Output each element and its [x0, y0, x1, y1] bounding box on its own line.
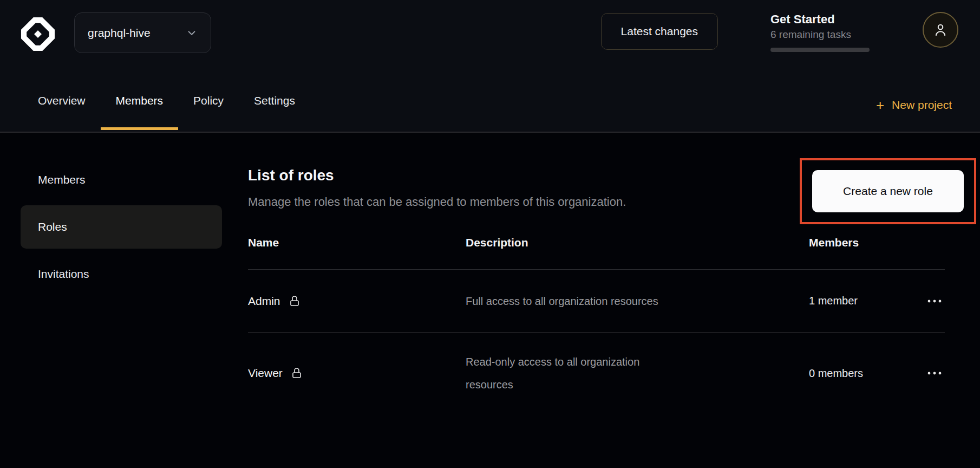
ellipsis-icon	[925, 295, 944, 308]
role-name: Admin	[248, 295, 280, 308]
get-started-subtitle: 6 remaining tasks	[770, 28, 871, 41]
tab-policy[interactable]: Policy	[178, 69, 239, 132]
create-new-role-button[interactable]: Create a new role	[812, 170, 964, 212]
roles-table: Name Description Members Admin Full acce…	[248, 216, 945, 414]
column-header-name: Name	[248, 236, 466, 249]
column-header-description: Description	[466, 236, 809, 249]
new-project-label: New project	[892, 99, 952, 112]
sidebar-item-members[interactable]: Members	[21, 158, 222, 202]
hive-logo-icon[interactable]	[19, 15, 57, 53]
user-icon	[932, 22, 949, 38]
get-started-progress-bar	[770, 48, 870, 52]
tab-overview[interactable]: Overview	[23, 69, 101, 132]
user-avatar[interactable]	[923, 12, 958, 48]
lock-icon	[288, 295, 301, 308]
role-actions-menu-button[interactable]	[924, 291, 945, 311]
table-header-row: Name Description Members	[248, 216, 945, 270]
role-name: Viewer	[248, 367, 283, 380]
new-project-button[interactable]: + New project	[876, 98, 952, 112]
get-started-title: Get Started	[770, 12, 871, 27]
get-started-widget[interactable]: Get Started 6 remaining tasks	[770, 12, 871, 52]
organization-name: graphql-hive	[88, 27, 151, 40]
role-members-count: 1 member	[809, 295, 912, 307]
role-description: Full access to all organization resource…	[466, 290, 809, 313]
plus-icon: +	[876, 98, 884, 112]
tab-settings[interactable]: Settings	[239, 69, 310, 132]
top-bar: graphql-hive Latest changes Get Started …	[0, 0, 980, 133]
table-row: Admin Full access to all organization re…	[248, 270, 945, 333]
content-area: Members Roles Invitations List of roles …	[0, 134, 980, 468]
roles-panel: List of roles Manage the roles that can …	[248, 134, 980, 468]
chevron-down-icon	[186, 27, 198, 39]
role-members-count: 0 members	[809, 367, 912, 380]
ellipsis-icon	[925, 367, 944, 380]
sidebar-item-invitations[interactable]: Invitations	[21, 252, 222, 296]
tab-members[interactable]: Members	[101, 69, 179, 132]
role-actions-menu-button[interactable]	[924, 363, 945, 383]
column-header-members: Members	[809, 236, 912, 249]
members-sidebar: Members Roles Invitations	[21, 158, 222, 300]
latest-changes-button[interactable]: Latest changes	[601, 13, 718, 50]
organization-selector[interactable]: graphql-hive	[74, 12, 211, 53]
org-tabs: Overview Members Policy Settings	[23, 69, 310, 132]
role-description: Read-only access to all organization res…	[466, 350, 682, 396]
sidebar-item-roles[interactable]: Roles	[21, 205, 222, 249]
lock-icon	[290, 367, 303, 380]
table-row: Viewer Read-only access to all organizat…	[248, 333, 945, 414]
